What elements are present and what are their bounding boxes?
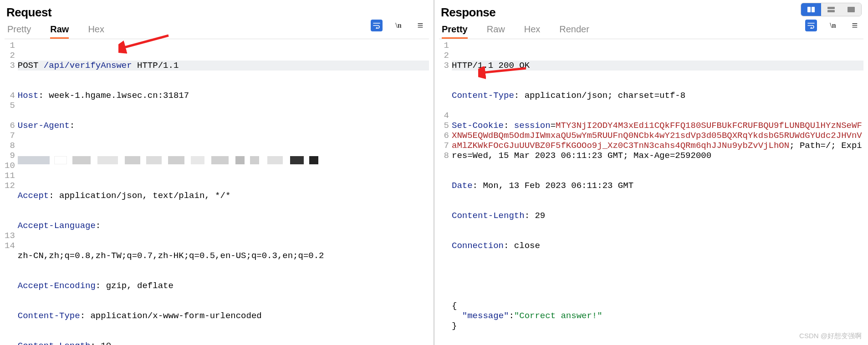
svg-rect-2: [827, 7, 835, 9]
request-code[interactable]: 1234567891011121314 POST /api/verifyAnsw…: [5, 39, 429, 345]
http-method: POST: [18, 61, 39, 71]
svg-rect-3: [827, 10, 835, 12]
json-value-message: "Correct answer!": [514, 311, 602, 321]
svg-rect-1: [812, 7, 815, 12]
header-content-type: Content-Type: [18, 311, 80, 321]
show-nonprintables-button[interactable]: \n: [393, 20, 404, 31]
request-title: Request: [6, 5, 51, 20]
layout-rows-button[interactable]: [821, 3, 841, 16]
layout-toggle: [801, 3, 862, 16]
header-date: Date: [452, 181, 473, 191]
response-title: Response: [441, 5, 495, 20]
line-gutter: 1234567891011121314: [5, 41, 18, 345]
request-pane: Request Pretty Raw Hex \n ≡ 123456789101…: [0, 0, 434, 345]
line-gutter: 12345678: [439, 41, 452, 345]
show-nonprintables-button[interactable]: \n: [827, 20, 839, 31]
svg-rect-0: [807, 7, 811, 12]
tab-raw[interactable]: Raw: [50, 24, 69, 39]
header-connection: Connection: [452, 241, 504, 251]
http-proto: HTTP/1.1: [137, 61, 179, 71]
menu-button[interactable]: ≡: [849, 20, 861, 31]
redacted-user-agent: [18, 151, 429, 171]
http-status-line: HTTP/1.1 200 OK: [452, 61, 530, 71]
watermark: CSDN @好想变强啊: [799, 332, 862, 340]
tab-pretty[interactable]: Pretty: [442, 24, 468, 39]
tab-hex[interactable]: Hex: [524, 24, 541, 39]
wrap-lines-button[interactable]: [371, 20, 383, 31]
tab-raw[interactable]: Raw: [487, 24, 505, 39]
header-user-agent: User-Agent: [18, 121, 70, 131]
response-tabs: Pretty Raw Hex Render \n ≡: [439, 20, 863, 39]
svg-rect-4: [848, 7, 855, 12]
tab-render[interactable]: Render: [559, 24, 589, 39]
wrap-lines-button[interactable]: [805, 20, 817, 31]
header-content-length: Content-Length: [452, 211, 525, 221]
request-tabs: Pretty Raw Hex \n ≡: [5, 20, 429, 39]
tab-hex[interactable]: Hex: [88, 24, 104, 39]
header-set-cookie: Set-Cookie: [452, 121, 504, 131]
layout-columns-button[interactable]: [801, 3, 821, 16]
header-host: Host: [18, 91, 39, 101]
header-content-length: Content-Length: [18, 341, 91, 345]
layout-single-button[interactable]: [841, 3, 861, 16]
header-content-type: Content-Type: [452, 91, 514, 101]
response-code[interactable]: 12345678 HTTP/1.1 200 OK Content-Type: a…: [439, 39, 863, 345]
http-path: /api/verifyAnswer: [38, 61, 137, 71]
json-key-message: "message": [462, 311, 509, 321]
tab-pretty[interactable]: Pretty: [7, 24, 31, 39]
response-pane: Response Pretty Raw Hex Render \n ≡ 1234…: [434, 0, 868, 345]
menu-button[interactable]: ≡: [414, 20, 426, 31]
